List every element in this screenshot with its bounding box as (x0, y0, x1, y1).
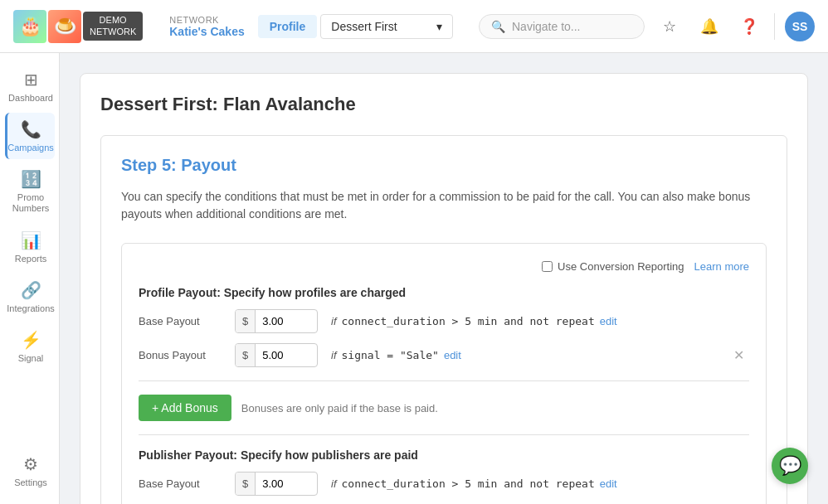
reports-icon: 📊 (21, 230, 41, 250)
search-box[interactable]: 🔍 Navigate to... (479, 14, 645, 39)
network-label: NETWORK (169, 15, 245, 25)
sidebar-item-reports[interactable]: 📊 Reports (5, 224, 55, 270)
add-bonus-button[interactable]: + Add Bonus (139, 395, 231, 421)
sidebar-label-campaigns: Campaigns (7, 143, 54, 153)
profile-bonus-currency: $ (236, 344, 256, 366)
search-icon: 🔍 (491, 20, 505, 33)
profile-base-payout-input-group: $ (235, 309, 318, 333)
logo-image-2: 🍮 (48, 10, 81, 43)
search-placeholder: Navigate to... (512, 20, 581, 33)
sidebar-item-campaigns[interactable]: 📞 Campaigns (5, 113, 55, 159)
profile-base-if-label: if (331, 315, 337, 327)
main-content: Dessert First: Flan Avalanche Step 5: Pa… (60, 53, 828, 504)
publisher-base-payout-label: Base Payout (139, 477, 222, 490)
sidebar-item-signal[interactable]: ⚡ Signal (5, 323, 55, 370)
publisher-base-if-label: if (331, 477, 337, 490)
payout-section: Use Conversion Reporting Learn more Prof… (121, 243, 767, 504)
profile-base-edit-link[interactable]: edit (600, 315, 617, 327)
profile-base-condition-code: connect_duration > 5 min and not repeat (342, 315, 595, 327)
learn-more-link[interactable]: Learn more (694, 260, 749, 273)
profile-payout-title: Profile Payout: Specify how profiles are… (139, 286, 749, 299)
profile-bonus-if-label: if (331, 349, 337, 361)
profile-base-payout-label: Base Payout (139, 315, 222, 327)
profile-base-payout-input[interactable] (256, 310, 305, 332)
conversion-reporting-row: Use Conversion Reporting Learn more (139, 260, 749, 273)
sidebar: ⊞ Dashboard 📞 Campaigns 🔢 PromoNumbers 📊… (0, 53, 60, 504)
bonus-note: Bonuses are only paid if the base is pai… (241, 402, 438, 414)
sidebar-label-settings: Settings (14, 477, 47, 487)
publisher-base-condition-code: connect_duration > 5 min and not repeat (342, 477, 595, 490)
profile-bonus-remove-button[interactable]: ✕ (728, 346, 749, 365)
page-title: Dessert First: Flan Avalanche (100, 94, 787, 115)
divider-1 (139, 380, 749, 381)
sidebar-label-integrations: Integrations (7, 303, 54, 313)
promo-numbers-icon: 🔢 (21, 169, 41, 189)
profile-bonus-edit-link[interactable]: edit (444, 349, 461, 361)
favorites-button[interactable]: ☆ (655, 12, 684, 41)
page-container: Dessert First: Flan Avalanche Step 5: Pa… (80, 73, 808, 504)
chevron-down-icon: ▾ (436, 20, 442, 33)
publisher-base-payout-input[interactable] (256, 472, 305, 495)
settings-icon: ⚙ (23, 454, 38, 474)
demo-badge: DEMONETWORK (83, 12, 143, 40)
publisher-base-payout-input-group: $ (235, 472, 318, 496)
avatar[interactable]: SS (785, 12, 815, 41)
network-info: NETWORK Katie's Cakes (169, 15, 245, 38)
help-button[interactable]: ❓ (734, 12, 764, 41)
step-title: Step 5: Payout (121, 156, 767, 175)
publisher-base-payout-row: Base Payout $ if connect_duration > 5 mi… (139, 472, 749, 496)
campaigns-icon: 📞 (21, 119, 41, 139)
sidebar-label-dashboard: Dashboard (8, 93, 53, 103)
top-nav: 🎂 🍮 DEMONETWORK NETWORK Katie's Cakes Pr… (0, 0, 828, 53)
publisher-payout-title: Publisher Payout: Specify how publishers… (139, 448, 749, 462)
nav-divider (774, 13, 775, 40)
sidebar-label-promo: PromoNumbers (12, 192, 50, 214)
profile-bonus-payout-row: Bonus Payout $ if signal = "Sale" edit ✕ (139, 343, 749, 367)
profile-base-currency: $ (236, 310, 256, 332)
sidebar-item-settings[interactable]: ⚙ Settings (5, 448, 55, 494)
step-card: Step 5: Payout You can specify the condi… (100, 135, 787, 504)
conversion-reporting-checkbox[interactable] (542, 261, 553, 272)
profile-bonus-condition-code: signal = "Sale" (342, 349, 439, 361)
nav-tabs: Profile Dessert First ▾ (258, 14, 454, 39)
profile-base-payout-row: Base Payout $ if connect_duration > 5 mi… (139, 309, 749, 333)
profile-bonus-payout-label: Bonus Payout (139, 349, 222, 361)
profile-bonus-payout-input[interactable] (256, 344, 305, 366)
conversion-reporting-text: Use Conversion Reporting (558, 260, 684, 273)
sidebar-item-dashboard[interactable]: ⊞ Dashboard (5, 63, 55, 109)
sidebar-label-reports: Reports (15, 254, 47, 264)
nav-right: 🔍 Navigate to... ☆ 🔔 ❓ SS (479, 12, 815, 41)
network-name: Katie's Cakes (169, 25, 245, 38)
campaign-dropdown[interactable]: Dessert First ▾ (320, 14, 453, 39)
divider-2 (139, 434, 749, 435)
integrations-icon: 🔗 (21, 280, 41, 300)
publisher-base-edit-link[interactable]: edit (600, 477, 617, 490)
dashboard-icon: ⊞ (24, 70, 38, 90)
publisher-payout-group: Publisher Payout: Specify how publishers… (139, 448, 749, 496)
logo-image-1: 🎂 (13, 10, 46, 43)
conversion-reporting-label[interactable]: Use Conversion Reporting (542, 260, 684, 273)
sidebar-label-signal: Signal (18, 353, 44, 363)
publisher-base-currency: $ (236, 472, 256, 495)
profile-base-condition: if connect_duration > 5 min and not repe… (331, 315, 749, 327)
sidebar-item-promo-numbers[interactable]: 🔢 PromoNumbers (5, 162, 55, 220)
nav-logo: 🎂 🍮 DEMONETWORK (13, 10, 143, 43)
profile-bonus-payout-input-group: $ (235, 343, 318, 367)
step-description: You can specify the conditions that must… (121, 188, 767, 223)
signal-icon: ⚡ (21, 330, 41, 350)
profile-payout-group: Profile Payout: Specify how profiles are… (139, 286, 749, 421)
chat-bubble-button[interactable]: 💬 (772, 448, 808, 484)
publisher-base-condition: if connect_duration > 5 min and not repe… (331, 477, 749, 490)
tab-profile[interactable]: Profile (258, 15, 318, 38)
notifications-button[interactable]: 🔔 (694, 12, 724, 41)
profile-bonus-condition: if signal = "Sale" edit (331, 349, 715, 361)
sidebar-item-integrations[interactable]: 🔗 Integrations (5, 274, 55, 320)
